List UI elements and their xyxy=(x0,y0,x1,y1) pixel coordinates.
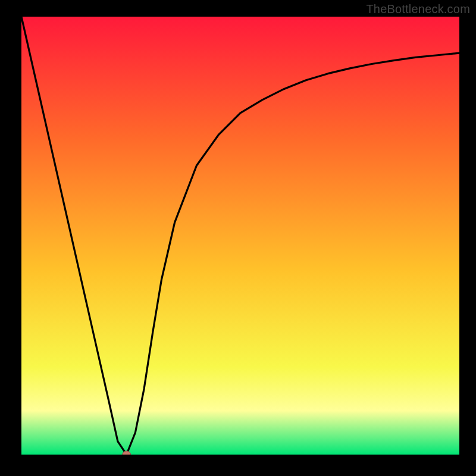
chart-svg xyxy=(21,17,459,455)
watermark-text: TheBottleneck.com xyxy=(366,2,470,16)
chart-frame: TheBottleneck.com xyxy=(0,0,476,476)
plot-area xyxy=(21,17,459,455)
gradient-background xyxy=(21,17,459,455)
